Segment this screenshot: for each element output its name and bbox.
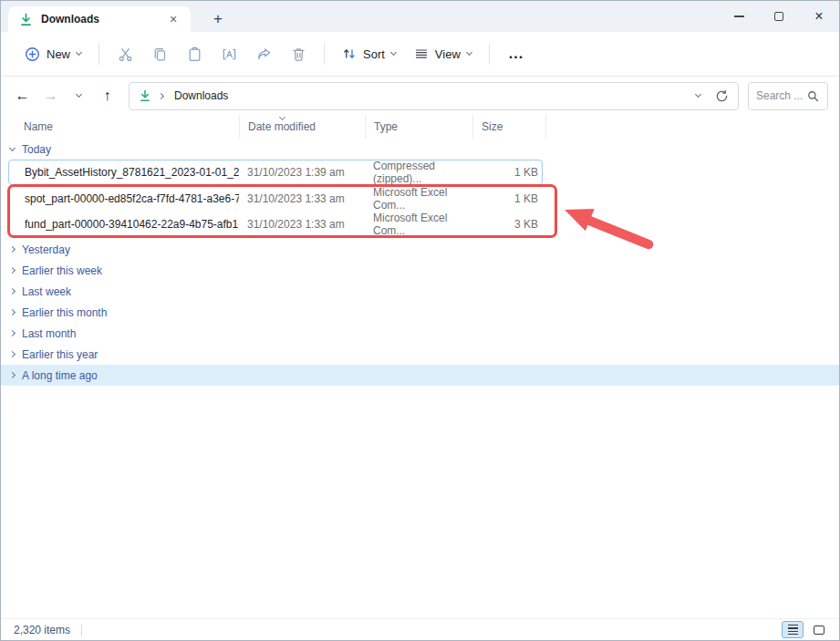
back-button[interactable]: ←	[8, 82, 36, 110]
up-button[interactable]: ↑	[93, 82, 121, 110]
group-label: Earlier this week	[22, 264, 102, 277]
close-icon: ×	[814, 9, 823, 24]
details-view-icon	[788, 625, 798, 635]
search-input[interactable]	[756, 89, 804, 102]
minimize-button[interactable]	[719, 1, 759, 32]
file-size: 1 KB	[472, 166, 538, 179]
group-header-earlier-this-year[interactable]: Earlier this year	[1, 344, 839, 365]
group-header-a-long-time-ago[interactable]: A long time ago	[1, 365, 839, 386]
trash-icon	[291, 47, 306, 62]
items-count: 2,320 items	[14, 624, 70, 636]
breadcrumb-downloads[interactable]: Downloads	[171, 88, 232, 104]
chevron-right-icon	[9, 351, 16, 357]
icons-view-icon	[814, 625, 824, 635]
chevron-right-icon	[9, 330, 16, 336]
breadcrumb-separator-icon	[158, 92, 164, 98]
file-date: 31/10/2023 1:39 am	[239, 166, 365, 179]
search-box[interactable]	[748, 82, 828, 110]
titlebar: Downloads × + ×	[1, 1, 839, 32]
forward-button[interactable]: →	[36, 82, 65, 110]
file-type: Microsoft Excel Com...	[365, 186, 472, 212]
minimize-icon	[734, 16, 744, 16]
group-header-last-month[interactable]: Last month	[1, 323, 839, 344]
file-row-zip[interactable]: Bybit_AssetHistory_8781621_2023-01-01_20…	[8, 160, 543, 185]
sort-button[interactable]: Sort	[333, 41, 405, 67]
maximize-button[interactable]	[759, 1, 799, 32]
details-view-toggle[interactable]	[782, 621, 804, 638]
group-label: Last week	[22, 285, 71, 298]
toolbar-divider	[489, 43, 490, 65]
file-name: fund_part-00000-39410462-22a9-4b75-afb1-…	[25, 218, 239, 231]
group-header-earlier-this-week[interactable]: Earlier this week	[1, 260, 839, 281]
view-button-label: View	[435, 47, 461, 61]
plus-circle-icon	[25, 47, 40, 62]
column-label: Date modified	[248, 120, 316, 133]
new-tab-button[interactable]: +	[207, 8, 229, 30]
group-label: A long time ago	[22, 369, 98, 382]
group-header-yesterday[interactable]: Yesterday	[1, 239, 839, 260]
address-bar[interactable]: Downloads	[129, 82, 739, 110]
rename-icon	[222, 47, 237, 62]
column-headers: Name Date modified Type Size	[1, 115, 546, 139]
sort-icon	[342, 47, 357, 61]
downloads-icon	[19, 13, 33, 26]
statusbar-divider	[81, 624, 82, 636]
chevron-down-icon	[76, 91, 82, 98]
column-header-type[interactable]: Type	[366, 115, 473, 139]
search-icon	[807, 90, 819, 102]
copy-button[interactable]	[142, 37, 177, 70]
file-size: 1 KB	[472, 192, 538, 205]
group-label: Yesterday	[22, 243, 70, 256]
refresh-button[interactable]	[715, 89, 729, 103]
toolbar-divider	[99, 43, 99, 65]
view-button[interactable]: View	[405, 41, 481, 67]
paste-button[interactable]	[177, 37, 212, 70]
group-header-earlier-this-month[interactable]: Earlier this month	[1, 302, 839, 323]
tab-close-icon[interactable]: ×	[165, 11, 181, 27]
close-button[interactable]: ×	[799, 1, 839, 32]
column-header-size[interactable]: Size	[473, 115, 546, 139]
file-list: Name Date modified Type Size Today	[1, 115, 839, 618]
chevron-down-icon	[76, 49, 82, 56]
address-dropdown-icon[interactable]	[695, 91, 701, 98]
share-button[interactable]	[246, 37, 281, 70]
chevron-down-icon	[9, 144, 16, 150]
delete-button[interactable]	[281, 37, 316, 70]
file-row-spot-csv[interactable]: x a spot_part-00000-ed85f2ca-f7fd-4781-a…	[8, 186, 543, 212]
file-explorer-window: Downloads × + × New	[0, 0, 840, 641]
rename-button[interactable]	[212, 37, 246, 70]
file-row-fund-csv[interactable]: x a fund_part-00000-39410462-22a9-4b75-a…	[8, 212, 543, 237]
file-type: Compressed (zipped)...	[365, 160, 472, 185]
toolbar-divider	[324, 43, 325, 65]
group-label: Today	[22, 143, 51, 156]
maximize-icon	[774, 12, 783, 21]
recent-locations-button[interactable]	[65, 82, 93, 110]
see-more-button[interactable]: ...	[498, 46, 534, 62]
new-button[interactable]: New	[16, 41, 90, 67]
collapsed-groups: Yesterday Earlier this week Last week Ea…	[1, 239, 839, 386]
chevron-down-icon	[466, 49, 472, 56]
status-bar: 2,320 items	[1, 618, 839, 640]
group-label: Earlier this month	[22, 306, 107, 319]
file-name: Bybit_AssetHistory_8781621_2023-01-01_20…	[25, 166, 239, 179]
column-label: Size	[482, 120, 503, 133]
command-toolbar: New	[1, 32, 839, 77]
chevron-down-icon	[390, 49, 397, 56]
file-date: 31/10/2023 1:33 am	[239, 192, 365, 205]
column-label: Name	[24, 120, 53, 133]
new-button-label: New	[47, 47, 70, 61]
group-header-today[interactable]: Today	[1, 139, 839, 160]
column-header-name[interactable]: Name	[1, 115, 240, 139]
icons-view-toggle[interactable]	[808, 621, 830, 638]
tab-title: Downloads	[41, 13, 99, 26]
chevron-right-icon	[9, 309, 16, 315]
column-header-date-modified[interactable]: Date modified	[240, 115, 366, 139]
column-label: Type	[374, 120, 398, 133]
group-label: Last month	[22, 327, 76, 340]
group-header-last-week[interactable]: Last week	[1, 281, 839, 302]
tab-downloads[interactable]: Downloads ×	[8, 6, 191, 32]
cut-button[interactable]	[108, 37, 142, 70]
file-type: Microsoft Excel Com...	[365, 212, 472, 237]
scissors-icon	[118, 47, 133, 62]
paste-icon	[187, 47, 202, 62]
